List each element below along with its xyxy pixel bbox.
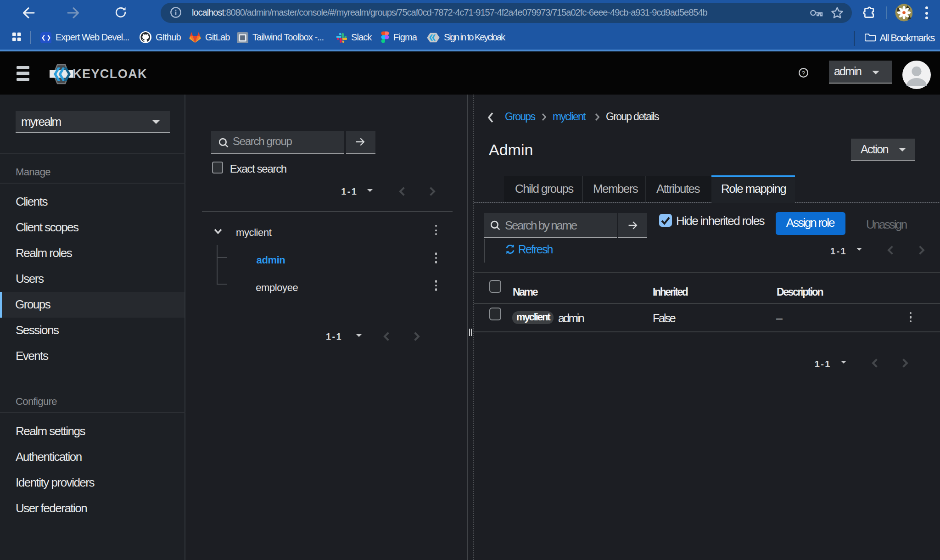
svg-text:?: ? bbox=[801, 70, 805, 77]
